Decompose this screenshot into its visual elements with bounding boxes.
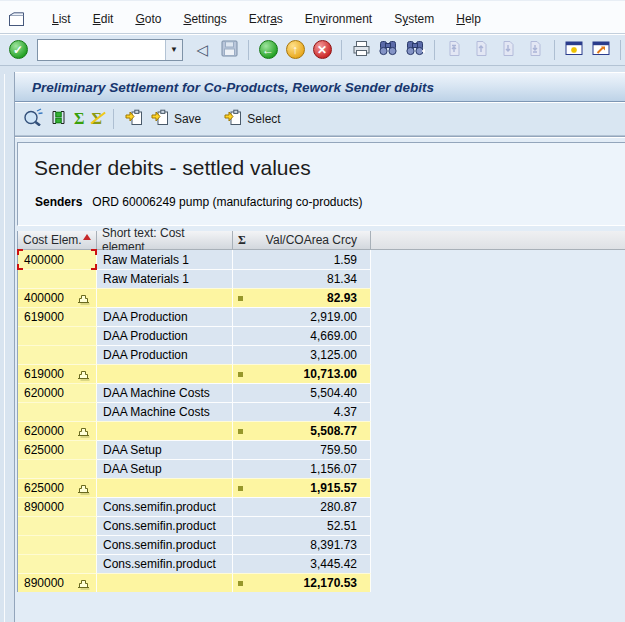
value-cell[interactable]: 1,915.57 <box>233 478 371 497</box>
short-text-cell[interactable]: Cons.semifin.product <box>97 516 233 535</box>
subtotal-level-icon <box>76 368 91 381</box>
cost-element-cell[interactable] <box>18 345 97 364</box>
menu-item-settings[interactable]: Settings <box>172 9 237 29</box>
last-page-button[interactable] <box>523 38 547 62</box>
command-input[interactable] <box>38 41 165 59</box>
print-button[interactable] <box>349 38 373 62</box>
sum-button[interactable]: Σ <box>74 107 84 131</box>
cost-element-cell[interactable]: 619000 <box>18 307 97 326</box>
prev-page-button[interactable] <box>469 38 493 62</box>
cancel-button[interactable]: ✕ <box>310 38 334 62</box>
value-amount: 1.59 <box>334 253 357 267</box>
short-text-cell[interactable] <box>97 421 233 440</box>
next-page-button[interactable] <box>496 38 520 62</box>
sort-button[interactable] <box>50 107 67 131</box>
cost-element-cell[interactable] <box>18 326 97 345</box>
cost-element-cell[interactable] <box>18 554 97 573</box>
cost-element-cell[interactable]: 620000 <box>18 383 97 402</box>
subtotal-icon: Σ <box>91 111 101 127</box>
short-text-cell[interactable]: Cons.semifin.product <box>97 535 233 554</box>
value-cell[interactable]: 10,713.00 <box>233 364 371 383</box>
value-cell[interactable]: 280.87 <box>233 497 371 516</box>
value-cell[interactable]: 3,445.42 <box>233 554 371 573</box>
cost-element-cell[interactable] <box>18 516 97 535</box>
find-button[interactable] <box>376 38 400 62</box>
short-text-cell[interactable] <box>97 478 233 497</box>
menu-item-extras[interactable]: Extras <box>238 9 294 29</box>
command-history-button[interactable]: ▼ <box>165 40 182 60</box>
clipboard-button[interactable] <box>125 107 144 131</box>
menu-item-list[interactable]: List <box>41 9 82 29</box>
exit-button[interactable]: ↑ <box>283 38 307 62</box>
short-text-cell[interactable]: DAA Setup <box>97 459 233 478</box>
subtotal-button[interactable]: Σ <box>91 107 101 131</box>
cost-element-cell[interactable]: 890000 <box>18 497 97 516</box>
value-cell[interactable]: 3,125.00 <box>233 345 371 364</box>
cost-element-cell[interactable] <box>18 269 97 288</box>
first-page-button[interactable] <box>442 38 466 62</box>
system-menu-icon[interactable] <box>8 12 27 27</box>
short-text-cell[interactable]: Cons.semifin.product <box>97 554 233 573</box>
value-cell[interactable]: 1,156.07 <box>233 459 371 478</box>
menu-item-goto[interactable]: Goto <box>124 9 172 29</box>
value-cell[interactable]: 4.37 <box>233 402 371 421</box>
short-text-cell[interactable]: Cons.semifin.product <box>97 497 233 516</box>
cost-element-cell[interactable]: 625000 <box>18 440 97 459</box>
short-text-cell[interactable]: DAA Production <box>97 307 233 326</box>
shortcut-button[interactable] <box>589 38 613 62</box>
value-cell[interactable]: 5,508.77 <box>233 421 371 440</box>
select-button[interactable]: Select <box>224 107 280 131</box>
value-cell[interactable]: 81.34 <box>233 269 371 288</box>
column-header-short-text[interactable]: Short text: Cost element <box>97 231 233 250</box>
column-header-cost-elem[interactable]: Cost Elem. <box>18 231 97 250</box>
toolbar-separator <box>620 40 621 60</box>
column-header-value[interactable]: ΣVal/COArea Crcy <box>233 231 371 250</box>
cost-element-cell[interactable]: 625000 <box>18 478 97 497</box>
cost-element-cell[interactable] <box>18 459 97 478</box>
cost-element-cell[interactable]: 620000 <box>18 421 97 440</box>
cost-element-cell[interactable]: 619000 <box>18 364 97 383</box>
save-disk-button[interactable] <box>217 38 241 62</box>
short-text-cell[interactable]: Raw Materials 1 <box>97 269 233 288</box>
value-cell[interactable]: 759.50 <box>233 440 371 459</box>
menu-item-edit[interactable]: Edit <box>82 9 125 29</box>
short-text-cell[interactable]: DAA Production <box>97 326 233 345</box>
menu-item-help[interactable]: Help <box>445 9 492 29</box>
print-icon <box>352 40 371 60</box>
cost-element-cell[interactable]: 400000 <box>18 250 97 269</box>
short-text-cell[interactable] <box>97 364 233 383</box>
cost-element-cell[interactable]: 890000 <box>18 573 97 592</box>
short-text-cell[interactable]: Raw Materials 1 <box>97 250 233 269</box>
value-cell[interactable]: 1.59 <box>233 250 371 269</box>
value-cell[interactable]: 82.93 <box>233 288 371 307</box>
app-toolbar-separator <box>113 109 114 129</box>
short-text-cell[interactable] <box>97 288 233 307</box>
find-icon <box>378 40 398 59</box>
cost-element-cell[interactable]: 400000 <box>18 288 97 307</box>
new-session-button[interactable] <box>562 38 586 62</box>
value-cell[interactable]: 8,391.73 <box>233 535 371 554</box>
menu-item-environment[interactable]: Environment <box>294 9 383 29</box>
cost-element-value: 619000 <box>24 367 64 381</box>
short-text-cell[interactable]: DAA Machine Costs <box>97 402 233 421</box>
back-button[interactable]: ← <box>256 38 280 62</box>
triangle-left-button[interactable]: ◁ <box>190 38 214 62</box>
short-text-cell[interactable]: DAA Machine Costs <box>97 383 233 402</box>
detail-button[interactable] <box>23 107 43 131</box>
new-session-icon <box>565 41 584 59</box>
find-next-button[interactable] <box>403 38 427 62</box>
cost-element-cell[interactable] <box>18 402 97 421</box>
check-button[interactable]: ✓ <box>6 38 30 62</box>
short-text-cell[interactable] <box>97 573 233 592</box>
cost-element-cell[interactable] <box>18 535 97 554</box>
short-text-cell[interactable]: DAA Setup <box>97 440 233 459</box>
table-row: DAA Production4,669.00 <box>18 326 625 345</box>
value-cell[interactable]: 52.51 <box>233 516 371 535</box>
value-cell[interactable]: 2,919.00 <box>233 307 371 326</box>
value-cell[interactable]: 12,170.53 <box>233 573 371 592</box>
short-text-cell[interactable]: DAA Production <box>97 345 233 364</box>
save-button[interactable]: Save <box>151 107 201 131</box>
value-cell[interactable]: 5,504.40 <box>233 383 371 402</box>
value-cell[interactable]: 4,669.00 <box>233 326 371 345</box>
menu-item-system[interactable]: System <box>383 9 445 29</box>
